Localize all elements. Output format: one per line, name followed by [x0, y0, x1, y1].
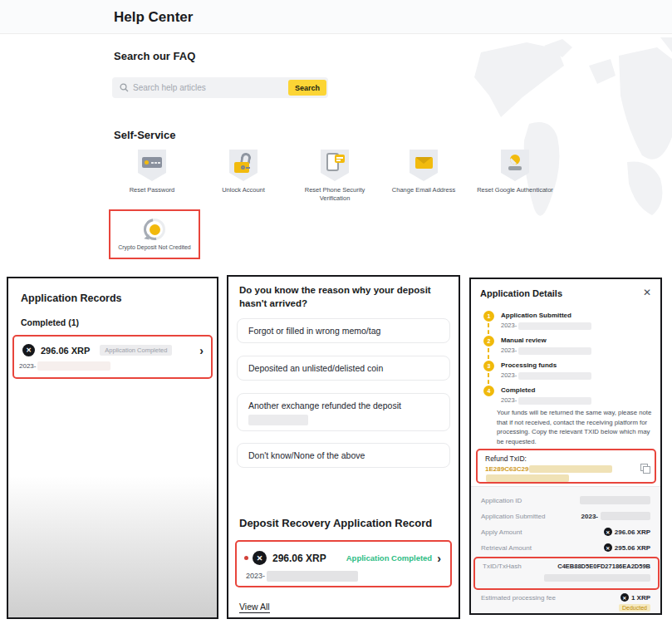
service-label: Reset Password — [106, 186, 198, 194]
redacted-date — [518, 372, 591, 380]
shield-badge — [410, 150, 438, 181]
recovery-record-heading: Deposit Recovery Application Record — [239, 517, 432, 529]
txid-value: C4EB88D5E0FD27186EA2D59B — [557, 563, 650, 570]
self-service-heading: Self-Service — [114, 129, 175, 141]
option-exchange-refund[interactable]: Another exchange refunded the deposit — [237, 393, 450, 431]
txid-hash-card: TxID/TxHash C4EB88D5E0FD27186EA2D59B — [473, 557, 660, 590]
step-number: 2 — [483, 336, 494, 346]
option-dont-know[interactable]: Don't know/None of the above — [237, 443, 450, 468]
step-date: 2023- — [501, 371, 591, 380]
shield-badge — [138, 150, 166, 181]
status-badge: Application Completed — [100, 345, 172, 356]
service-reset-google-authenticator[interactable]: Reset Google Authenticator — [465, 150, 565, 194]
application-records-screenshot: Application Records Completed (1) 296.06… — [7, 277, 218, 619]
record-status: Application Completed — [346, 553, 432, 563]
details-title: Application Details — [480, 288, 562, 298]
redacted-date — [37, 361, 110, 371]
xrp-coin-icon — [604, 528, 612, 536]
search-icon — [120, 83, 129, 92]
detail-row: Application Submitted 2023- — [471, 509, 660, 523]
shield-badge — [229, 150, 258, 181]
details-list: Application ID Application Submitted 202… — [471, 487, 660, 613]
step-date: 2023- — [501, 396, 591, 405]
option-wrong-memo-tag[interactable]: Forgot or filled in wrong memo/tag — [237, 318, 450, 343]
deposit-reason-screenshot: Do you know the reason why your deposit … — [227, 275, 460, 619]
completed-section-label: Completed (1) — [21, 317, 79, 327]
redacted-txid — [486, 474, 569, 482]
application-details-screenshot: Application Details ✕ 1 Application Subm… — [469, 278, 662, 615]
redacted-date — [518, 347, 591, 355]
refund-txid-card: Refund TxID: 1E289C63C29 — [476, 449, 656, 484]
reason-question: Do you know the reason why your deposit … — [239, 283, 450, 310]
unlocked-padlock-icon — [233, 153, 253, 173]
hero-section: Search our FAQ Search Self-Service Reset… — [0, 35, 672, 270]
view-all-link[interactable]: View All — [239, 602, 270, 613]
redacted-text — [248, 415, 308, 425]
step-number: 3 — [483, 361, 494, 371]
record-row: 296.06 XRP Application Completed › — [237, 542, 450, 565]
service-reset-password[interactable]: Reset Password — [102, 150, 202, 194]
redacted-value — [601, 512, 650, 520]
xrp-coin-icon — [620, 593, 629, 602]
deposit-refresh-icon — [144, 219, 165, 240]
search-button[interactable]: Search — [288, 80, 326, 96]
timeline-connector — [488, 323, 489, 334]
shield-badge — [501, 150, 529, 181]
step-label: Completed — [501, 386, 535, 394]
page-header: Help Center — [0, 0, 672, 34]
faq-heading: Search our FAQ — [114, 50, 195, 62]
service-change-email[interactable]: Change Email Address — [374, 150, 473, 194]
deducted-badge: Deducted — [619, 604, 650, 612]
detail-row: Application ID — [471, 494, 660, 507]
copy-icon[interactable] — [640, 464, 649, 472]
chevron-right-icon[interactable]: › — [199, 345, 204, 356]
timeline-connector — [488, 373, 489, 384]
service-label: Unlock Account — [198, 186, 289, 194]
password-field-icon — [142, 157, 162, 168]
authenticator-icon — [508, 155, 522, 170]
record-amount: 296.06 XRP — [272, 553, 326, 564]
redacted-date — [518, 322, 591, 330]
step-label: Processing funds — [501, 361, 557, 369]
record-date: 2023- — [246, 571, 450, 582]
recovery-record-card[interactable]: 296.06 XRP Application Completed › 2023- — [235, 540, 452, 587]
step-number: 1 — [483, 311, 494, 322]
redacted-txid — [529, 465, 612, 473]
option-unlisted-coin[interactable]: Deposited an unlisted/delisted coin — [237, 356, 450, 381]
search-bar: Search — [112, 77, 328, 98]
xrp-coin-icon — [22, 344, 35, 356]
step-label: Application Submitted — [501, 312, 571, 319]
detail-row: Apply Amount 296.06 XRP — [471, 525, 660, 538]
record-row: 296.06 XRP Application Completed › — [14, 337, 211, 356]
refund-txid-value: 1E289C63C29 — [485, 465, 647, 482]
close-icon[interactable]: ✕ — [643, 287, 651, 298]
record-date: 2023- — [19, 361, 211, 371]
timeline-connector — [488, 348, 489, 359]
service-label: Reset Phone Security Verification — [289, 186, 380, 203]
detail-row: Estimated processing fee 1 XRP Deducted — [471, 593, 660, 612]
records-title: Application Records — [21, 292, 122, 304]
chevron-right-icon[interactable]: › — [437, 553, 441, 564]
envelope-icon — [415, 157, 433, 169]
unread-dot — [244, 556, 248, 560]
step-number: 4 — [483, 386, 494, 396]
redacted-value — [580, 496, 650, 504]
service-label: Reset Google Authenticator — [469, 186, 561, 194]
step-date: 2023- — [501, 322, 591, 330]
xrp-coin-icon — [604, 543, 612, 552]
step-date: 2023- — [501, 346, 591, 355]
record-amount: 296.06 XRP — [41, 346, 90, 356]
service-unlock-account[interactable]: Unlock Account — [194, 150, 293, 194]
refund-txid-label: Refund TxID: — [485, 455, 647, 463]
crypto-deposit-not-credited-card[interactable]: Crypto Deposit Not Credited — [109, 209, 200, 259]
detail-row: Retrieval Amount 295.06 XRP — [471, 541, 660, 554]
shield-badge — [321, 150, 349, 181]
service-label: Change Email Address — [378, 186, 469, 194]
search-input[interactable] — [133, 83, 266, 92]
redacted-txid — [544, 574, 650, 582]
refund-note: Your funds will be returned the same way… — [497, 408, 653, 447]
completed-record-card[interactable]: 296.06 XRP Application Completed › 2023- — [12, 335, 213, 379]
page-title: Help Center — [114, 0, 193, 34]
service-reset-phone-security[interactable]: Reset Phone Security Verification — [285, 150, 385, 203]
xrp-coin-icon — [253, 551, 267, 565]
